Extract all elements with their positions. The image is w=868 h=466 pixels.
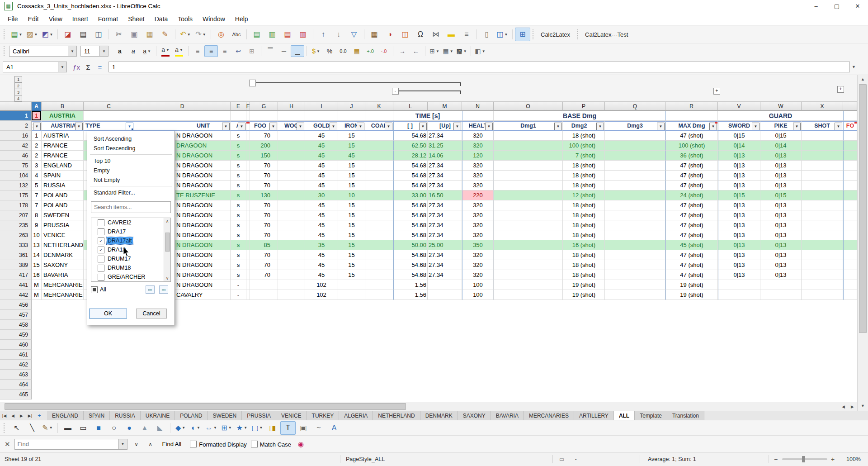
cancel-button[interactable]: Cancel <box>136 309 167 319</box>
autofilter-arrow-icon[interactable]: ▼ <box>596 123 604 130</box>
autofilter-arrow-icon[interactable]: ▼ <box>752 123 760 130</box>
column-header-M[interactable]: M <box>428 102 462 111</box>
autofilter-arrow-icon[interactable]: ▼ <box>75 123 83 130</box>
next-sheet-icon[interactable]: ▶ <box>17 411 26 420</box>
checkbox-icon[interactable] <box>98 265 104 271</box>
column-header-K[interactable]: K <box>365 102 393 111</box>
insert-chart-icon[interactable]: ◑ <box>382 28 397 41</box>
cell-A[interactable]: 13 <box>32 240 42 250</box>
cell-V[interactable]: 0|13 <box>718 210 760 220</box>
cell-F[interactable] <box>246 181 250 190</box>
horizontal-scrollbar[interactable]: ◀ ▶ <box>0 402 857 411</box>
sheet-tab-turkey[interactable]: TURKEY <box>307 411 340 420</box>
cell-P[interactable]: 16 (shot) <box>563 240 605 250</box>
cell-A[interactable]: 7 <box>32 190 42 200</box>
column-header-R[interactable]: R <box>665 102 718 111</box>
cell-W[interactable]: 0|13 <box>760 270 802 280</box>
cell-O[interactable] <box>494 181 563 190</box>
cell-A[interactable]: 9 <box>32 220 42 230</box>
cell-E[interactable]: s <box>231 151 246 161</box>
cell-J[interactable]: 15 <box>338 220 365 230</box>
cell-E[interactable]: s <box>231 161 246 171</box>
chevron-down-icon[interactable]: ▼ <box>147 49 151 53</box>
cell-H[interactable] <box>278 290 305 300</box>
add-sheet-icon[interactable]: + <box>34 411 44 420</box>
cell-V[interactable]: 0|15 <box>718 190 760 200</box>
column-header-B[interactable]: B <box>42 102 84 111</box>
insert-image-icon[interactable]: ▦ <box>367 28 382 41</box>
cell-R[interactable]: 47 (shot) <box>665 181 718 190</box>
cell-I[interactable]: 102 <box>305 280 338 290</box>
cell-H[interactable] <box>278 280 305 290</box>
find-replace-icon[interactable]: ◎ <box>213 28 229 41</box>
cell-A[interactable]: 5 <box>32 181 42 190</box>
selection-mode-icon[interactable]: ▭ <box>559 452 564 466</box>
cell-M[interactable]: 27.34 <box>428 181 462 190</box>
cell-M[interactable]: 27.34 <box>428 171 462 181</box>
cell-K[interactable] <box>365 161 393 171</box>
column-header-N[interactable]: N <box>462 102 494 111</box>
cell-F[interactable] <box>246 220 250 230</box>
callout-shapes-icon[interactable]: ▢▼ <box>250 421 265 435</box>
cell-G[interactable]: 70 <box>250 210 278 220</box>
cell-I[interactable]: 45 <box>305 181 338 190</box>
cell-F[interactable] <box>246 171 250 181</box>
cell-M[interactable]: 27.34 <box>428 200 462 210</box>
autofilter-arrow-icon[interactable]: ▼ <box>222 123 230 130</box>
cell-K[interactable] <box>365 240 393 250</box>
chevron-down-icon[interactable]: ▼ <box>118 439 127 449</box>
cell-J[interactable]: 15 <box>338 141 365 151</box>
cell-H[interactable] <box>278 260 305 270</box>
menu-help[interactable]: Help <box>230 14 253 24</box>
insert-columns-before-icon[interactable]: ▥ <box>264 28 280 41</box>
cell-O[interactable] <box>494 210 563 220</box>
hyperlink-icon[interactable]: ⋈ <box>428 28 443 41</box>
export-pdf-icon[interactable]: ◪ <box>60 28 75 41</box>
cell-G[interactable]: 70 <box>250 230 278 240</box>
cell-P[interactable]: 18 (shot) <box>563 131 605 141</box>
cell-F[interactable] <box>246 200 250 210</box>
scroll-right-icon[interactable]: ▶ <box>848 403 857 410</box>
column-header-D[interactable]: D <box>134 102 231 111</box>
cell-V[interactable]: 0|15 <box>718 131 760 141</box>
autofilter-arrow-icon[interactable]: ▼ <box>419 123 427 130</box>
cell-F[interactable] <box>246 121 250 131</box>
cell-F[interactable] <box>246 161 250 171</box>
filter-list-scrollbar-thumb[interactable] <box>165 233 170 252</box>
cell-R[interactable]: 47 (shot) <box>665 270 718 280</box>
menu-file[interactable]: File <box>3 14 23 24</box>
cell-K[interactable] <box>365 141 393 151</box>
headers-footers-icon[interactable]: ≡ <box>459 28 474 41</box>
zoom-in-icon[interactable]: + <box>831 452 835 466</box>
cell-L[interactable]: 54.68 <box>393 250 428 260</box>
cell-F[interactable] <box>246 190 250 200</box>
cell-N[interactable]: 100 <box>462 290 494 300</box>
cell-P[interactable]: 18 (shot) <box>563 210 605 220</box>
callout-icon[interactable]: ◨ <box>265 421 280 435</box>
cell-F[interactable] <box>246 280 250 290</box>
cell-L[interactable]: 62.50 <box>393 141 428 151</box>
autofilter-arrow-icon[interactable]: ▼ <box>485 123 493 130</box>
column-header-O[interactable]: O <box>494 102 563 111</box>
column-header-V[interactable]: V <box>718 102 760 111</box>
font-size-combo[interactable]: 11 ▼ <box>80 46 108 57</box>
flowchart-icon[interactable]: ⊞▼ <box>219 421 234 435</box>
cell-B[interactable]: AUSTRIA <box>42 131 84 141</box>
find-next-icon[interactable]: ∨ <box>132 439 142 449</box>
autofilter-arrow-icon[interactable]: ▼ <box>385 123 392 130</box>
filter-menu-sort-descending[interactable]: Sort Descending <box>87 143 175 153</box>
autofilter-arrow-icon[interactable]: ▼ <box>330 123 337 130</box>
cell-B[interactable]: ENGLAND <box>42 161 84 171</box>
chevron-down-icon[interactable]: ▼ <box>228 426 232 430</box>
cell-X[interactable] <box>802 200 843 210</box>
cell-E[interactable]: - <box>231 280 246 290</box>
calc2latex-button[interactable]: Calc2Latex <box>536 29 575 40</box>
ellipse-icon[interactable]: ○ <box>106 421 122 435</box>
vertical-scrollbar[interactable]: ▲ ▼ <box>857 75 868 411</box>
column-header-J[interactable]: J <box>338 102 365 111</box>
cell-V[interactable] <box>718 290 760 300</box>
cell-B[interactable]: MERCANARIES <box>42 290 84 300</box>
cell-X[interactable] <box>802 141 843 151</box>
insert-line-icon[interactable]: ╲ <box>24 421 40 435</box>
row-header-462[interactable]: 462 <box>0 360 32 370</box>
